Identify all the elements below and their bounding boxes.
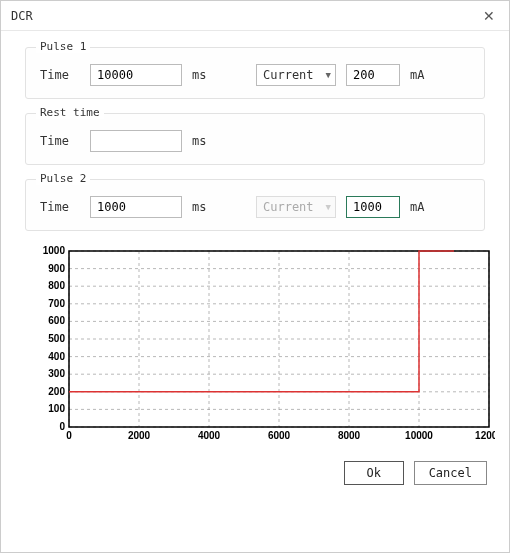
svg-text:400: 400	[48, 351, 65, 362]
pulse1-time-unit: ms	[192, 68, 216, 82]
group-pulse2: Pulse 2 Time ms Current ▼ mA	[25, 179, 485, 231]
rest-row: Time ms	[40, 130, 470, 152]
pulse2-time-unit: ms	[192, 200, 216, 214]
pulse1-mode-select[interactable]: Current ▼	[256, 64, 336, 86]
group-rest-title: Rest time	[36, 106, 104, 119]
group-pulse1: Pulse 1 Time ms Current ▼ mA	[25, 47, 485, 99]
svg-text:1000: 1000	[43, 245, 66, 256]
chart-svg: 0100200300400500600700800900100002000400…	[35, 245, 495, 445]
svg-text:100: 100	[48, 403, 65, 414]
pulse1-amp-input[interactable]	[346, 64, 400, 86]
group-pulse2-title: Pulse 2	[36, 172, 90, 185]
svg-text:2000: 2000	[128, 430, 151, 441]
svg-text:200: 200	[48, 386, 65, 397]
pulse2-amp-input[interactable]	[346, 196, 400, 218]
svg-text:6000: 6000	[268, 430, 291, 441]
close-icon[interactable]: ✕	[479, 6, 499, 26]
svg-text:0: 0	[66, 430, 72, 441]
chevron-down-icon: ▼	[326, 70, 331, 80]
titlebar-title: DCR	[11, 9, 33, 23]
svg-text:700: 700	[48, 298, 65, 309]
pulse1-time-input[interactable]	[90, 64, 182, 86]
pulse1-row: Time ms Current ▼ mA	[40, 64, 470, 86]
content-area: Pulse 1 Time ms Current ▼ mA Rest time T…	[1, 31, 509, 453]
cancel-button[interactable]: Cancel	[414, 461, 487, 485]
group-rest: Rest time Time ms	[25, 113, 485, 165]
pulse2-row: Time ms Current ▼ mA	[40, 196, 470, 218]
pulse2-amp-unit: mA	[410, 200, 434, 214]
svg-text:300: 300	[48, 368, 65, 379]
svg-text:8000: 8000	[338, 430, 361, 441]
button-row: Ok Cancel	[1, 453, 509, 497]
chart: 0100200300400500600700800900100002000400…	[35, 245, 475, 445]
titlebar: DCR ✕	[1, 1, 509, 31]
chevron-down-icon: ▼	[326, 202, 331, 212]
svg-text:4000: 4000	[198, 430, 221, 441]
pulse2-mode-select: Current ▼	[256, 196, 336, 218]
rest-time-input[interactable]	[90, 130, 182, 152]
svg-text:500: 500	[48, 333, 65, 344]
dialog-window: DCR ✕ Pulse 1 Time ms Current ▼ mA Rest …	[0, 0, 510, 553]
pulse1-amp-unit: mA	[410, 68, 434, 82]
pulse2-time-label: Time	[40, 200, 80, 214]
rest-time-unit: ms	[192, 134, 216, 148]
ok-button[interactable]: Ok	[344, 461, 404, 485]
rest-time-label: Time	[40, 134, 80, 148]
pulse2-time-input[interactable]	[90, 196, 182, 218]
svg-text:0: 0	[59, 421, 65, 432]
svg-text:12000: 12000	[475, 430, 495, 441]
svg-text:900: 900	[48, 263, 65, 274]
svg-text:600: 600	[48, 315, 65, 326]
group-pulse1-title: Pulse 1	[36, 40, 90, 53]
pulse1-mode-value: Current	[263, 68, 314, 82]
svg-text:10000: 10000	[405, 430, 433, 441]
svg-text:800: 800	[48, 280, 65, 291]
pulse1-time-label: Time	[40, 68, 80, 82]
pulse2-mode-value: Current	[263, 200, 314, 214]
